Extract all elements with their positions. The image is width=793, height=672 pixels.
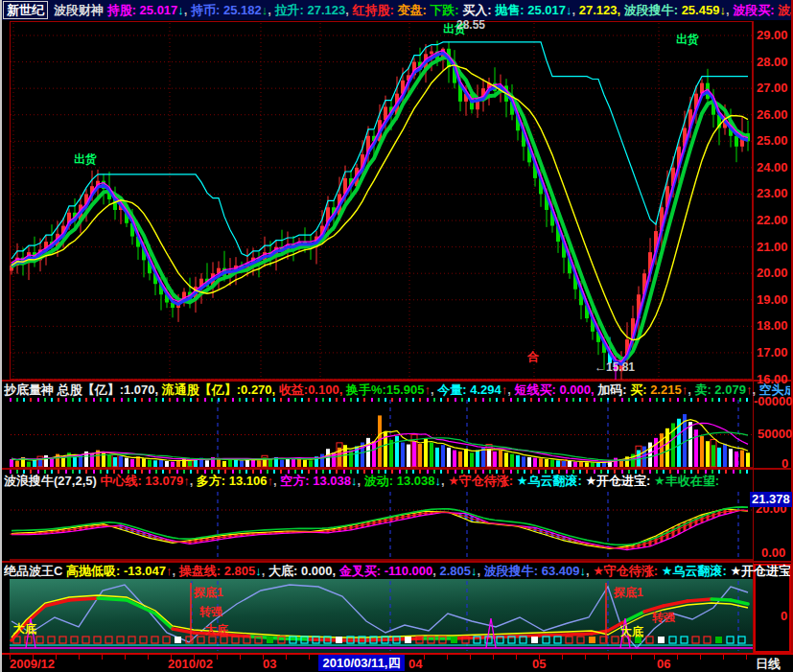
date-tick-label: 03: [263, 657, 276, 671]
text-segment: ★丰收在望:: [654, 474, 719, 488]
annotation-label: ←15.81: [595, 361, 635, 373]
text-segment: ,: [571, 3, 578, 17]
wave4-panel-header: 绝品波王C 高抛低吸: -13.047↑, 操盘线: 2.805↓, 大底: 0…: [4, 564, 790, 579]
selected-date-badge[interactable]: 2010/03/11,四: [318, 655, 405, 671]
text-segment: 多方: 13.106: [197, 474, 268, 488]
text-segment: 操盘线: 2.805: [179, 564, 255, 578]
text-segment: ,: [184, 3, 191, 17]
price-tick-label: 22.00: [757, 214, 788, 227]
text-segment: 波段搜牛: 63.409: [484, 564, 580, 578]
text-segment: ,: [507, 382, 514, 397]
annotation-label: 合: [527, 351, 539, 362]
text-segment: 红持股:: [352, 3, 397, 17]
quote-values: 波段财神 持股: 25.017↓, 持币: 25.182↓, 拉升: 27.12…: [54, 3, 793, 17]
price-tick-label: 20.00: [757, 266, 788, 280]
volume-chart[interactable]: [2, 398, 793, 469]
wave3-panel-header: 波浪搜牛(27,2,5) 中心线: 13.079↑, 多方: 13.106↑, …: [4, 474, 790, 489]
text-segment: 波段买:: [733, 3, 778, 17]
text-segment: 持币: 25.182: [191, 3, 262, 17]
text-segment: 大底: 0.000,: [268, 564, 339, 578]
text-segment: 总股【亿】:1.070,: [58, 382, 162, 397]
text-segment: 拉升: 27.123: [275, 3, 346, 17]
wave3-oscillator-chart[interactable]: [2, 490, 793, 561]
text-segment: 下跌:: [430, 3, 462, 17]
text-segment: 2.805: [439, 564, 471, 578]
text-segment: 换手%:15.905: [346, 382, 425, 397]
text-segment: 波浪搜牛(27,2,5): [4, 474, 100, 488]
text-segment: 波动: 13.038: [364, 474, 435, 488]
price-tick-label: 28.00: [757, 56, 788, 69]
price-tick-label: 16.00: [757, 373, 788, 386]
sub-axis-tick-label: 0: [781, 610, 787, 623]
text-segment: ★守仓待涨:: [593, 564, 662, 578]
text-segment: ★开仓进宝:: [585, 474, 654, 488]
text-segment: 波段财神: [54, 3, 107, 17]
main-candle-chart[interactable]: [2, 21, 793, 380]
text-segment: 空方: 13.038: [280, 474, 351, 488]
text-segment: 流通股【亿】:0.270,: [162, 382, 279, 397]
text-segment: 波段搜牛:: [624, 3, 682, 17]
date-tick-label: 05: [532, 657, 546, 671]
text-segment: ,: [190, 474, 197, 488]
price-tick-label: 26.00: [757, 108, 788, 122]
annotation-label: 探底1: [194, 587, 223, 598]
price-tick-label: 23.00: [757, 187, 788, 200]
text-segment: 绝品波王C: [4, 564, 66, 578]
text-segment: 抛售: 25.017: [495, 3, 566, 17]
volume-panel-header: 抄底量神 总股【亿】:1.070, 流通股【亿】:0.270, 收益:0.100…: [4, 382, 790, 398]
text-segment: 短线买: 0.000,: [515, 382, 598, 397]
wave3-current-value: 21.378: [750, 492, 792, 507]
annotation-label: 大底: [205, 624, 228, 636]
date-tick-label: 2010/02: [168, 657, 213, 671]
text-segment: 金叉买: -110.000: [339, 564, 433, 578]
text-segment: 抄底量神: [4, 382, 58, 397]
text-segment: ,: [268, 3, 274, 17]
text-segment: 25.459: [682, 3, 720, 17]
stock-terminal-window: 新世纪波段财神 持股: 25.017↓, 持币: 25.182↓, 拉升: 27…: [0, 0, 793, 672]
top-quote-bar: 新世纪波段财神 持股: 25.017↓, 持币: 25.182↓, 拉升: 27…: [2, 0, 793, 20]
price-tick-label: 21.00: [757, 241, 788, 254]
text-segment: ★开仓进宝:: [730, 564, 790, 578]
sub-axis-tick-label: 0.00: [761, 546, 785, 560]
separator-1: [2, 380, 793, 382]
price-tick-label: 18.00: [757, 319, 788, 333]
price-tick-label: 24.00: [757, 161, 788, 174]
app-brand[interactable]: 新世纪: [3, 1, 48, 19]
separator-3: [2, 561, 793, 563]
text-segment: 收益:0.100,: [279, 382, 346, 397]
annotation-label: 出货: [676, 34, 699, 45]
annotation-label: 转强: [199, 606, 222, 617]
text-segment: 高抛低吸: -13.047: [66, 564, 166, 578]
text-segment: 买入:: [462, 3, 495, 17]
annotation-label: 大底: [620, 626, 643, 637]
price-tick-label: 29.00: [757, 29, 788, 42]
date-tick-label: 06: [657, 657, 670, 671]
text-segment: 27.123,: [579, 3, 624, 17]
date-tick-label: 04: [408, 657, 422, 671]
period-label[interactable]: 日线: [756, 656, 781, 672]
text-segment: ,: [478, 564, 484, 578]
text-segment: 加码:: [597, 382, 630, 397]
text-segment: 变盘:: [397, 3, 430, 17]
text-segment: ★乌云翻滚:: [517, 474, 586, 488]
text-segment: 今量: 4.294: [437, 382, 501, 397]
annotation-label: 大底: [13, 623, 36, 635]
annotation-label: 出货: [74, 153, 97, 165]
text-segment: ★乌云翻滚:: [662, 564, 731, 578]
text-segment: 持股: 25.017: [107, 3, 178, 17]
price-tick-label: 19.00: [757, 293, 788, 307]
text-segment: 中心线: 13.079: [100, 474, 183, 488]
annotation-label: 转强: [652, 612, 675, 623]
price-tick-label: 25.00: [757, 134, 788, 148]
price-tick-label: 27.00: [757, 81, 788, 95]
date-tick-label: 2009/12: [10, 657, 55, 671]
sub-axis-tick-label: -00000: [754, 395, 792, 408]
text-segment: 2.215: [650, 382, 682, 397]
price-tick-label: 17.00: [757, 346, 788, 359]
annotation-label: 探底1: [614, 587, 643, 598]
text-segment: ★守仓待涨:: [448, 474, 517, 488]
sub-axis-tick-label: 50000: [758, 428, 792, 441]
text-segment: ,: [358, 474, 364, 488]
annotation-label: 28.55: [456, 19, 485, 31]
text-segment: ,: [173, 564, 179, 578]
